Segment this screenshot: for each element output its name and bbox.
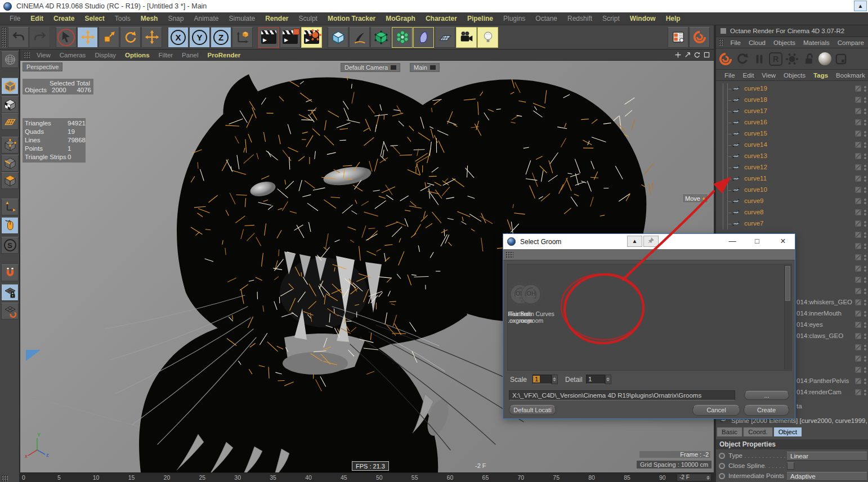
convert-mode-button[interactable] bbox=[1, 51, 19, 68]
object-label[interactable]: curve7 bbox=[744, 220, 764, 227]
timeline-tick[interactable]: 65 bbox=[481, 473, 516, 482]
timeline-tick[interactable]: 20 bbox=[162, 473, 198, 482]
frame-spinner[interactable] bbox=[706, 474, 710, 481]
lock-icon[interactable] bbox=[802, 52, 816, 66]
pin-button[interactable] bbox=[643, 236, 659, 247]
scale-field[interactable]: 1 bbox=[533, 375, 552, 384]
settings-gear-icon[interactable] bbox=[785, 52, 799, 66]
timeline-tick[interactable]: 75 bbox=[551, 473, 587, 482]
layer-icon[interactable] bbox=[854, 164, 862, 171]
spline-object-icon[interactable] bbox=[732, 85, 740, 93]
layer-icon[interactable] bbox=[854, 186, 862, 193]
object-row[interactable]: curve7 bbox=[716, 218, 868, 229]
layer-icon[interactable] bbox=[854, 231, 862, 238]
octane-render-icon[interactable] bbox=[718, 52, 733, 66]
octane-menu-item[interactable]: Objects bbox=[769, 37, 799, 48]
octane-logo-button[interactable] bbox=[689, 27, 710, 48]
groom-item[interactable]: OH Hair From Curves .oxgroom bbox=[508, 281, 554, 324]
object-label[interactable]: curve17 bbox=[744, 107, 767, 114]
viewport-menu-item[interactable]: Options bbox=[120, 49, 154, 61]
object-row[interactable]: curve16 bbox=[716, 117, 868, 128]
timeline-tick[interactable]: 50 bbox=[374, 473, 410, 482]
object-label[interactable]: 014:whiskers_GEO bbox=[797, 299, 852, 305]
visibility-dots[interactable] bbox=[864, 120, 866, 125]
timeline-tick[interactable]: 85 bbox=[622, 473, 657, 482]
layer-icon[interactable] bbox=[854, 276, 862, 283]
maximize-view-icon[interactable] bbox=[703, 51, 710, 58]
object-row[interactable]: curve9 bbox=[716, 196, 868, 207]
visibility-dots[interactable] bbox=[864, 244, 866, 249]
spline-object-icon[interactable] bbox=[732, 119, 740, 127]
object-row[interactable]: curve12 bbox=[716, 162, 868, 173]
object-label[interactable]: curve14 bbox=[744, 141, 767, 148]
object-label[interactable]: curve8 bbox=[744, 209, 764, 215]
object-row[interactable]: curve10 bbox=[716, 184, 868, 196]
layer-icon[interactable] bbox=[854, 355, 862, 362]
workplane-mode-button[interactable] bbox=[1, 113, 19, 130]
visibility-dots[interactable] bbox=[864, 165, 866, 170]
dock-up-button[interactable]: ▲ bbox=[627, 236, 642, 247]
pan-view-icon[interactable] bbox=[674, 51, 682, 58]
viewport-solo-button[interactable] bbox=[1, 217, 19, 234]
octane-menu-item[interactable]: Cloud bbox=[745, 37, 769, 48]
menu-item[interactable]: Simulate bbox=[224, 12, 261, 25]
add-subdivision-surface-button[interactable] bbox=[370, 27, 391, 48]
close-spline-checkbox[interactable] bbox=[787, 462, 794, 470]
scale-tool-button[interactable] bbox=[99, 27, 119, 48]
object-label[interactable]: curve18 bbox=[744, 96, 767, 103]
object-label[interactable]: curve13 bbox=[744, 152, 767, 159]
object-label[interactable]: 014:claws_GEO bbox=[797, 332, 843, 339]
octane-menu-grip[interactable] bbox=[718, 39, 724, 46]
visibility-dots[interactable] bbox=[864, 142, 866, 148]
spline-object-icon[interactable] bbox=[732, 141, 740, 149]
main-view-button[interactable]: Main bbox=[410, 63, 440, 72]
frame-number-field[interactable]: -2 F bbox=[677, 474, 712, 481]
timeline-tick[interactable]: 0 bbox=[20, 473, 56, 482]
collapse-button[interactable]: ▲ bbox=[854, 1, 867, 11]
object-row[interactable]: curve14 bbox=[716, 139, 868, 151]
layer-icon[interactable] bbox=[854, 141, 862, 148]
attribute-tab[interactable]: Object bbox=[774, 427, 802, 436]
layer-icon[interactable] bbox=[854, 366, 862, 373]
menu-item[interactable]: Plugins bbox=[498, 12, 530, 25]
layer-icon[interactable] bbox=[854, 332, 862, 340]
keyframe-dot-icon[interactable] bbox=[719, 463, 725, 469]
visibility-dots[interactable] bbox=[864, 334, 866, 339]
spline-object-icon[interactable] bbox=[732, 197, 740, 205]
object-label[interactable]: curve15 bbox=[744, 130, 767, 137]
zoom-view-icon[interactable] bbox=[684, 51, 691, 58]
pause-icon[interactable] bbox=[752, 52, 767, 66]
visibility-dots[interactable] bbox=[864, 300, 866, 305]
timeline-ruler[interactable]: 051015202530354045505560657075808590 -2 … bbox=[20, 472, 714, 482]
visibility-dots[interactable] bbox=[864, 97, 866, 103]
menu-item[interactable]: Animate bbox=[189, 12, 223, 25]
menu-item[interactable]: Help bbox=[661, 12, 686, 25]
rotate-tool-button[interactable] bbox=[120, 27, 141, 48]
camera-name-chip[interactable]: Perspective bbox=[23, 62, 62, 71]
dialog-grip[interactable] bbox=[505, 251, 513, 258]
timeline-tick[interactable]: 60 bbox=[445, 473, 481, 482]
visibility-dots[interactable] bbox=[864, 131, 866, 137]
layer-icon[interactable] bbox=[854, 265, 862, 272]
mograph-cloner-button[interactable] bbox=[392, 27, 413, 48]
octane-menu-item[interactable]: Compare bbox=[834, 37, 868, 48]
object-row[interactable]: curve19 bbox=[716, 83, 868, 94]
octane-window-title[interactable]: Octane Render For Cinema 4D 3.07-R2 bbox=[716, 25, 868, 37]
visibility-dots[interactable] bbox=[864, 277, 866, 283]
object-row[interactable]: curve17 bbox=[716, 106, 868, 117]
viewport-menu-item[interactable]: Cameras bbox=[55, 49, 91, 61]
spline-object-icon[interactable] bbox=[732, 186, 740, 194]
menu-item[interactable]: Sculpt bbox=[294, 12, 323, 25]
lock-workplane-button[interactable] bbox=[1, 284, 19, 301]
maximize-button[interactable]: □ bbox=[749, 234, 766, 249]
layer-icon[interactable] bbox=[854, 96, 862, 103]
layer-icon[interactable] bbox=[854, 287, 862, 295]
layer-icon[interactable] bbox=[854, 152, 862, 160]
menu-item[interactable]: Mesh bbox=[136, 12, 163, 25]
create-button[interactable]: Create bbox=[744, 405, 789, 416]
interface-layout-button[interactable] bbox=[668, 27, 688, 48]
object-label[interactable]: curve19 bbox=[744, 85, 767, 92]
layer-icon[interactable] bbox=[854, 175, 862, 182]
viewport-grip[interactable] bbox=[23, 51, 30, 59]
object-manager-menu-item[interactable]: View bbox=[758, 70, 780, 81]
